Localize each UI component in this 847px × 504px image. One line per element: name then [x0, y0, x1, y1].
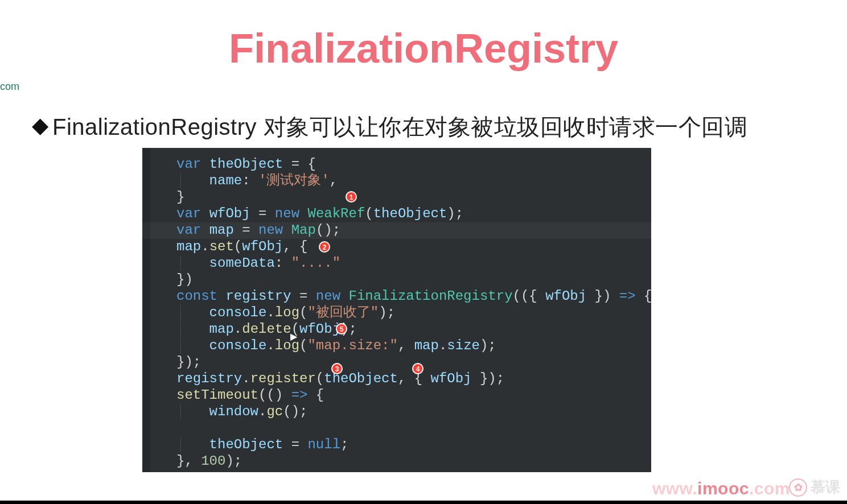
brand-logo: ✿ 慕课 — [789, 477, 840, 497]
code-block: var theObject = { │ name: '测试对象', } var … — [142, 148, 651, 472]
bullet-marker: ◆ — [32, 113, 48, 138]
brand-logo-text: 慕课 — [811, 477, 840, 497]
annotation-2: 2 — [319, 241, 330, 253]
cursor-icon: ▶ — [290, 331, 297, 342]
brand-logo-icon: ✿ — [789, 478, 807, 497]
annotation-3: 3 — [331, 363, 343, 374]
watermark: www.imooc.com — [652, 479, 790, 498]
annotation-4: 4 — [412, 363, 424, 374]
bottom-bar — [0, 501, 847, 504]
slide-title: FinalizationRegistry — [0, 25, 847, 72]
annotation-1: 1 — [346, 191, 357, 203]
code-text: var theObject = { │ name: '测试对象', } var … — [176, 156, 651, 469]
bullet-text: FinalizationRegistry 对象可以让你在对象被垃圾回收时请求一个… — [52, 111, 804, 142]
slide: FinalizationRegistry com ◆ FinalizationR… — [0, 0, 847, 504]
annotation-5: 5 — [336, 323, 347, 334]
editor-gutter — [142, 148, 150, 472]
edge-text-fragment: com — [0, 81, 19, 93]
